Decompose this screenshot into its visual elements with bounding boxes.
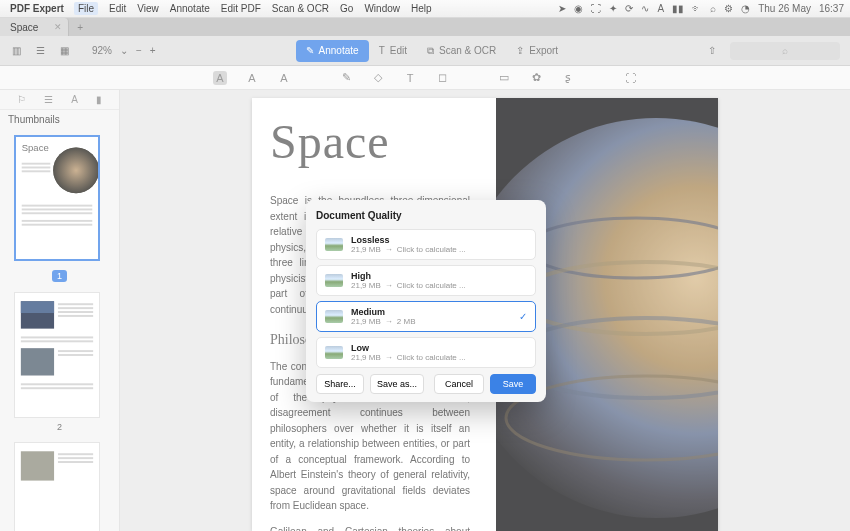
thumb-icon <box>325 274 343 287</box>
option-name: High <box>351 271 466 281</box>
save-as-button[interactable]: Save as... <box>370 374 424 394</box>
option-size: 21,9 MB <box>351 281 381 290</box>
option-result: 2 MB <box>397 317 416 326</box>
cancel-button[interactable]: Cancel <box>434 374 484 394</box>
quality-option-low[interactable]: Low 21,9 MB→Click to calculate ... <box>316 337 536 368</box>
option-name: Medium <box>351 307 415 317</box>
quality-option-high[interactable]: High 21,9 MB→Click to calculate ... <box>316 265 536 296</box>
quality-option-lossless[interactable]: Lossless 21,9 MB→Click to calculate ... <box>316 229 536 260</box>
option-size: 21,9 MB <box>351 317 381 326</box>
option-result: Click to calculate ... <box>397 281 466 290</box>
arrow-icon: → <box>385 317 393 326</box>
option-size: 21,9 MB <box>351 245 381 254</box>
thumb-icon <box>325 238 343 251</box>
thumb-icon <box>325 346 343 359</box>
option-size: 21,9 MB <box>351 353 381 362</box>
option-result: Click to calculate ... <box>397 353 466 362</box>
option-result: Click to calculate ... <box>397 245 466 254</box>
save-button[interactable]: Save <box>490 374 536 394</box>
arrow-icon: → <box>385 353 393 362</box>
option-name: Low <box>351 343 466 353</box>
thumb-icon <box>325 310 343 323</box>
share-button[interactable]: Share... <box>316 374 364 394</box>
arrow-icon: → <box>385 245 393 254</box>
option-name: Lossless <box>351 235 466 245</box>
quality-option-medium[interactable]: Medium 21,9 MB→2 MB ✓ <box>316 301 536 332</box>
dialog-title: Document Quality <box>316 210 536 221</box>
arrow-icon: → <box>385 281 393 290</box>
check-icon: ✓ <box>519 311 527 322</box>
document-quality-dialog: Document Quality Lossless 21,9 MB→Click … <box>306 200 546 402</box>
